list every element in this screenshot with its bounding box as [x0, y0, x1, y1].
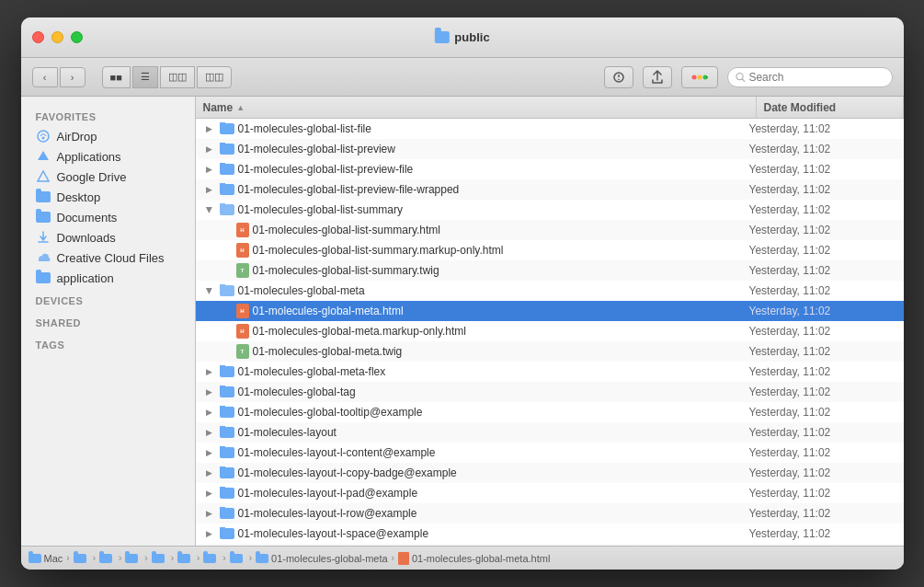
file-name: 01-molecules-global-list-summary.html	[253, 224, 441, 236]
table-row[interactable]: ▶ 01-molecules-global-tooltip@example Ye…	[196, 402, 904, 422]
table-row[interactable]: ▶ 01-molecules-layout-l-pad@example Yest…	[196, 483, 904, 503]
statusbar-path-item[interactable]	[99, 554, 115, 563]
html-icon: H	[236, 243, 249, 258]
expand-arrow[interactable]: ▶	[203, 466, 216, 479]
file-row-name: ▶ 01-molecules-global-list-preview	[203, 143, 749, 155]
expand-arrow[interactable]: ▶	[203, 365, 216, 378]
html-icon: H	[236, 324, 249, 339]
expand-arrow[interactable]: ▶	[203, 203, 216, 216]
expand-arrow[interactable]: ▶	[203, 284, 216, 297]
table-row[interactable]: ▶ 01-molecules-global-meta Yesterday, 11…	[196, 281, 904, 301]
file-row-name: ▶ 01-molecules-layout-l-copy-badge@examp…	[203, 466, 749, 479]
desktop-icon	[36, 190, 51, 204]
twig-icon: T	[236, 344, 249, 359]
sidebar-item-airdrop[interactable]: AirDrop	[25, 126, 191, 146]
expand-arrow[interactable]: ▶	[203, 426, 216, 439]
col-name-header[interactable]: Name ▲	[196, 97, 757, 118]
sidebar-item-downloads[interactable]: Downloads	[25, 227, 191, 247]
expand-arrow[interactable]: ▶	[203, 143, 216, 155]
minimize-button[interactable]	[51, 31, 63, 43]
column-view-button[interactable]: ◫◫	[160, 66, 195, 88]
path-arrow: ›	[93, 553, 96, 563]
file-row-date: Yesterday, 11:02	[749, 325, 896, 338]
file-name: 01-molecules-global-list-preview-file	[238, 163, 414, 176]
file-name: 01-molecules-global-meta.twig	[253, 345, 403, 358]
statusbar-path-item[interactable]	[74, 554, 89, 563]
file-row-name: ▶ 01-molecules-global-tag	[203, 386, 749, 398]
indent-spacer	[220, 224, 233, 236]
folder-icon	[220, 407, 234, 418]
sidebar-item-applications[interactable]: Applications	[25, 146, 191, 167]
statusbar-path-item[interactable]	[125, 554, 141, 563]
share-button[interactable]	[643, 66, 672, 88]
expand-arrow[interactable]: ▶	[203, 527, 216, 540]
forward-button[interactable]: ›	[60, 67, 86, 87]
expand-arrow[interactable]: ▶	[203, 406, 216, 419]
table-row[interactable]: ▶ 01-molecules-layout-l-row@example Yest…	[196, 503, 904, 524]
file-row-date: Yesterday, 11:02	[749, 466, 896, 479]
statusbar-path-item[interactable]	[152, 554, 167, 563]
finder-window: public ‹ › ■■ ☰ ◫◫ ◫◫	[21, 17, 904, 570]
table-row[interactable]: H 01-molecules-global-meta.markup-only.h…	[196, 321, 904, 341]
svg-line-7	[742, 78, 745, 81]
table-row[interactable]: ▶ 01-molecules-global-list-summary Yeste…	[196, 200, 904, 220]
table-row[interactable]: ▶ 01-molecules-layout-l-content@example …	[196, 443, 904, 463]
list-view-button[interactable]: ☰	[132, 66, 158, 88]
expand-arrow[interactable]: ▶	[203, 386, 216, 398]
close-button[interactable]	[32, 31, 44, 43]
folder-open-icon	[220, 285, 234, 296]
expand-arrow[interactable]: ▶	[203, 163, 216, 176]
expand-arrow[interactable]: ▶	[203, 122, 216, 135]
file-row-date: Yesterday, 11:02	[749, 244, 896, 257]
devices-header: Devices	[21, 288, 195, 310]
sidebar-item-documents[interactable]: Documents	[25, 207, 191, 227]
statusbar-path-item[interactable]: 01-molecules-global-meta	[256, 553, 388, 564]
table-row[interactable]: ▶ 01-molecules-layout-l-copy-badge@examp…	[196, 463, 904, 483]
table-row[interactable]: ▶ 01-molecules-global-meta-flex Yesterda…	[196, 362, 904, 382]
table-row[interactable]: ▶ 01-molecules-global-list-preview Yeste…	[196, 139, 904, 159]
expand-arrow[interactable]: ▶	[203, 487, 216, 500]
sidebar-item-desktop[interactable]: Desktop	[25, 187, 191, 207]
statusbar-path-item[interactable]: 01-molecules-global-meta.html	[398, 552, 550, 565]
sidebar-item-google-drive[interactable]: Google Drive	[25, 167, 191, 187]
table-row[interactable]: ▶ 01-molecules-global-tag Yesterday, 11:…	[196, 382, 904, 402]
airdrop-label: AirDrop	[57, 130, 97, 144]
col-date-header[interactable]: Date Modified	[757, 97, 904, 118]
tag-button[interactable]	[681, 66, 718, 88]
table-row[interactable]: H 01-molecules-global-list-summary.marku…	[196, 240, 904, 260]
creative-cloud-icon	[36, 250, 51, 265]
table-row[interactable]: H 01-molecules-global-meta.html Yesterda…	[196, 301, 904, 321]
window-title: public	[434, 30, 489, 44]
cover-flow-button[interactable]: ◫◫	[197, 66, 232, 88]
file-name: 01-molecules-global-list-preview	[238, 143, 395, 155]
file-row-date: Yesterday, 11:02	[749, 507, 896, 520]
path-arrow: ›	[66, 553, 69, 563]
file-name: 01-molecules-global-meta.html	[253, 305, 404, 317]
table-row[interactable]: H 01-molecules-global-list-summary.html …	[196, 220, 904, 240]
statusbar-path-item[interactable]	[203, 554, 219, 563]
search-box[interactable]	[727, 67, 893, 87]
expand-arrow[interactable]: ▶	[203, 446, 216, 459]
statusbar-path-item[interactable]: Mac	[29, 553, 63, 564]
table-row[interactable]: T 01-molecules-global-meta.twig Yesterda…	[196, 341, 904, 362]
maximize-button[interactable]	[71, 31, 83, 43]
table-row[interactable]: ▶ 01-molecules-layout Yesterday, 11:02	[196, 422, 904, 443]
table-row[interactable]: T 01-molecules-global-list-summary.twig …	[196, 260, 904, 281]
action-button[interactable]	[604, 66, 633, 88]
search-input[interactable]	[748, 71, 884, 84]
indent-spacer	[220, 325, 233, 338]
table-row[interactable]: ▶ 01-molecules-layout-l-space@example Ye…	[196, 524, 904, 544]
sidebar-item-application[interactable]: application	[25, 268, 191, 288]
expand-arrow[interactable]: ▶	[203, 183, 216, 196]
table-row[interactable]: ▶ 01-molecules-global-list-preview-file …	[196, 159, 904, 179]
sidebar-item-creative-cloud[interactable]: Creative Cloud Files	[25, 247, 191, 268]
expand-arrow[interactable]: ▶	[203, 507, 216, 520]
statusbar-path-item[interactable]	[230, 554, 245, 563]
statusbar-path-item[interactable]	[177, 554, 193, 563]
table-row[interactable]: ▶ 01-molecules-global-list-file Yesterda…	[196, 119, 904, 139]
file-row-name: T 01-molecules-global-meta.twig	[220, 344, 749, 359]
table-row[interactable]: ▶ 01-molecules-global-list-preview-file-…	[196, 179, 904, 200]
icon-view-button[interactable]: ■■	[102, 66, 131, 88]
folder-icon	[220, 427, 234, 438]
back-button[interactable]: ‹	[32, 67, 58, 87]
